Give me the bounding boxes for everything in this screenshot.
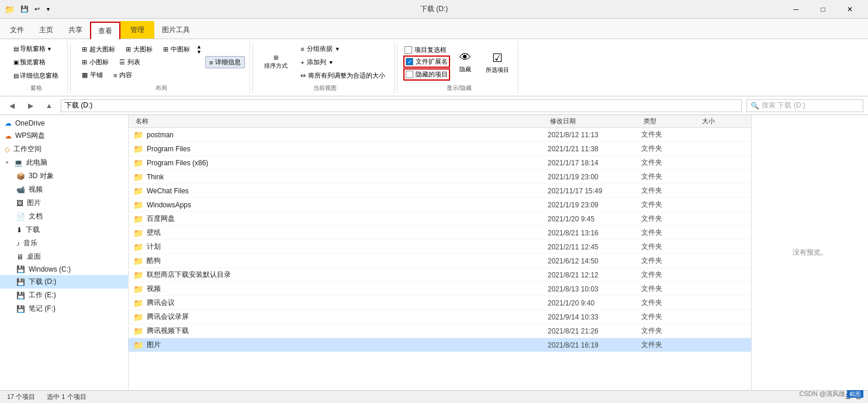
folder-icon: 📁 — [133, 284, 143, 294]
nav-item-d[interactable]: 💾 下载 (D:) — [0, 275, 128, 289]
file-type: 文件夹 — [641, 298, 700, 308]
maximize-button[interactable]: □ — [810, 0, 836, 19]
extra-large-icon-btn[interactable]: ⊞ 超大图标 — [78, 43, 119, 55]
search-box[interactable]: 🔍 搜索 下载 (D:) — [746, 99, 863, 112]
nav-item-onedrive[interactable]: ☁ OneDrive — [0, 117, 128, 129]
col-header-name[interactable]: 名称 — [133, 116, 548, 127]
list-icon: ☰ — [119, 58, 125, 66]
nav-item-pictures[interactable]: 🖼 图片 — [0, 196, 128, 210]
wps-icon: ☁ — [5, 132, 12, 140]
col-header-type[interactable]: 类型 — [641, 116, 700, 127]
extensions-checkbox-label: 文件扩展名 — [416, 57, 448, 66]
nav-pane-dropdown-icon: ▼ — [47, 46, 52, 52]
quick-dropdown-btn[interactable]: ▼ — [43, 5, 53, 13]
large-icon-btn[interactable]: ⊞ 大图标 — [122, 43, 157, 55]
ribbon-content: ▤ 导航窗格 ▼ ▣ 预览窗格 ▤ 详细信息窗格 — [0, 39, 868, 96]
nav-pane: ☁ OneDrive ☁ WPS网盘 ◇ 工作空间 ▼ 💻 此电脑 📦 3D 对… — [0, 115, 129, 390]
col-header-date[interactable]: 修改日期 — [548, 116, 641, 127]
file-row[interactable]: 📁 计划 2021/2/11 12:45 文件夹 — [129, 240, 751, 254]
nav-item-video[interactable]: 📹 视频 — [0, 183, 128, 196]
forward-button[interactable]: ▶ — [23, 99, 37, 113]
file-row[interactable]: 📁 视频 2021/8/13 10:03 文件夹 — [129, 282, 751, 296]
extensions-checkbox-row[interactable]: ✓ 文件扩展名 — [404, 57, 449, 67]
hide-button[interactable]: 👁 隐藏 — [454, 49, 477, 75]
back-button[interactable]: ◀ — [5, 99, 19, 113]
file-row[interactable]: 📁 Program Files 2021/1/21 11:38 文件夹 — [129, 142, 751, 156]
nav-item-wps[interactable]: ☁ WPS网盘 — [0, 129, 128, 143]
file-row[interactable]: 📁 腾讯视频下载 2021/8/21 21:26 文件夹 — [129, 324, 751, 338]
details-btn[interactable]: ≡ 详细信息 — [205, 56, 245, 68]
item-checkbox-row[interactable]: 项目复选框 — [404, 45, 449, 55]
tab-view[interactable]: 查看 — [90, 22, 120, 39]
hidden-checkbox-row[interactable]: 隐藏的项目 — [404, 70, 449, 79]
nav-item-3d[interactable]: 📦 3D 对象 — [0, 169, 128, 183]
nav-item-desktop-label: 桌面 — [27, 252, 41, 262]
tab-manage[interactable]: 管理 — [120, 21, 154, 39]
nav-item-wps-label: WPS网盘 — [15, 131, 45, 141]
file-row[interactable]: 📁 腾讯会议 2021/1/20 9:40 文件夹 — [129, 296, 751, 310]
file-name: Program Files (x86) — [147, 159, 548, 167]
file-row[interactable]: 📁 WeChat Files 2021/11/17 15:49 文件夹 — [129, 184, 751, 198]
file-row[interactable]: 📁 酷狗 2021/6/12 14:50 文件夹 — [129, 254, 751, 268]
view-grid-icon[interactable]: ⊞ — [856, 393, 861, 401]
pictures-icon: 🖼 — [16, 199, 23, 207]
file-row[interactable]: 📁 Think 2021/1/19 23:00 文件夹 — [129, 170, 751, 184]
minimize-button[interactable]: ─ — [783, 0, 810, 19]
file-row[interactable]: 📁 Program Files (x86) 2021/1/17 18:14 文件… — [129, 156, 751, 170]
details-pane-button[interactable]: ▤ 详细信息窗格 — [9, 70, 63, 82]
file-type: 文件夹 — [641, 270, 700, 280]
address-path[interactable]: 下载 (D:) — [61, 99, 742, 112]
file-row[interactable]: 📁 postman 2021/8/12 11:13 文件夹 — [129, 128, 751, 142]
d-drive-icon: 💾 — [16, 278, 25, 286]
medium-icon-btn[interactable]: ⊞ 中图标 — [159, 43, 194, 55]
tab-share[interactable]: 共享 — [61, 21, 90, 39]
hidden-checkbox[interactable] — [406, 71, 413, 78]
sort-button[interactable]: ⊞ 排序方式 — [260, 53, 292, 72]
tab-picture[interactable]: 图片工具 — [154, 21, 198, 39]
nav-item-downloads[interactable]: ⬇ 下载 — [0, 223, 128, 237]
file-row[interactable]: 📁 WindowsApps 2021/1/19 23:09 文件夹 — [129, 198, 751, 212]
nav-item-desktop[interactable]: 🖥 桌面 — [0, 250, 128, 263]
extensions-checkbox[interactable]: ✓ — [406, 58, 413, 65]
file-date: 2021/8/21 12:12 — [548, 271, 641, 279]
nav-item-thispc[interactable]: ▼ 💻 此电脑 — [0, 156, 128, 169]
nav-item-f[interactable]: 💾 笔记 (F:) — [0, 302, 128, 315]
nav-item-workspace[interactable]: ◇ 工作空间 — [0, 143, 128, 156]
nav-item-e[interactable]: 💾 工作 (E:) — [0, 289, 128, 302]
layout-scroll-down[interactable]: ▼ — [196, 50, 202, 55]
quick-undo-btn[interactable]: ↩ — [32, 4, 42, 14]
quick-save-btn[interactable]: 💾 — [18, 4, 31, 14]
selected-count: 选中 1 个项目 — [47, 392, 86, 401]
nav-pane-button[interactable]: ▤ 导航窗格 ▼ — [9, 43, 63, 55]
file-name: postman — [147, 131, 548, 139]
fit-cols-btn[interactable]: ⇔ 将所有列调整为合适的大小 — [296, 70, 389, 82]
list-btn[interactable]: ☰ 列表 — [115, 56, 144, 68]
file-row[interactable]: 📁 百度网盘 2021/1/20 9:45 文件夹 — [129, 212, 751, 226]
list-label: 列表 — [127, 58, 140, 67]
file-row[interactable]: 📁 联想商店下载安装默认目录 2021/8/21 12:12 文件夹 — [129, 268, 751, 282]
content-btn[interactable]: ≡ 内容 — [109, 69, 136, 81]
file-row[interactable]: 📁 壁纸 2021/8/21 13:16 文件夹 — [129, 226, 751, 240]
file-row[interactable]: 📁 图片 2021/8/21 16:19 文件夹 — [129, 338, 751, 352]
close-button[interactable]: ✕ — [836, 0, 863, 19]
item-checkbox[interactable] — [404, 46, 412, 54]
hide-label: 隐藏 — [459, 65, 471, 74]
nav-item-docs-label: 文档 — [29, 211, 43, 221]
tab-home[interactable]: 主页 — [32, 21, 61, 39]
add-col-btn[interactable]: + 添加列 ▼ — [296, 56, 389, 68]
small-icon-btn[interactable]: ⊞ 小图标 — [78, 56, 113, 68]
tab-file[interactable]: 文件 — [2, 21, 32, 39]
window-title: 下载 (D:) — [420, 4, 448, 14]
group-by-btn[interactable]: ≡ 分组依据 ▼ — [296, 43, 389, 55]
title-bar: 📁 💾 ↩ ▼ 下载 (D:) ─ □ ✕ — [0, 0, 868, 19]
file-row[interactable]: 📁 腾讯会议录屏 2021/9/14 10:33 文件夹 — [129, 310, 751, 324]
view-list-icon[interactable]: ☰ — [845, 393, 851, 401]
select-button[interactable]: ☑ 所选项目 — [482, 49, 513, 76]
preview-pane-button[interactable]: ▣ 预览窗格 — [9, 56, 63, 68]
nav-item-docs[interactable]: 📄 文档 — [0, 210, 128, 223]
up-button[interactable]: ▲ — [42, 99, 56, 113]
nav-item-music[interactable]: ♪ 音乐 — [0, 237, 128, 250]
col-header-size[interactable]: 大小 — [700, 116, 746, 127]
tiles-btn[interactable]: ▦ 平铺 — [78, 69, 107, 81]
nav-item-c[interactable]: 💾 Windows (C:) — [0, 263, 128, 275]
